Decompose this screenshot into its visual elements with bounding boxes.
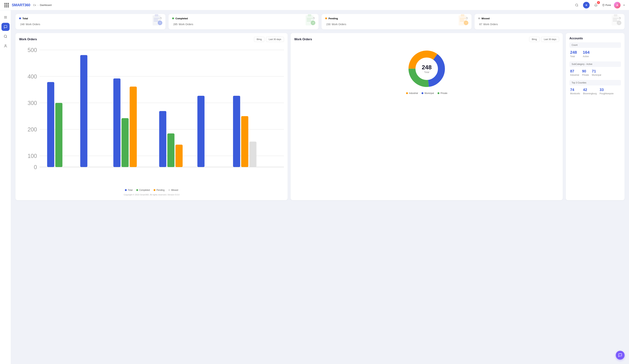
sidebar-item-chat[interactable] [1,23,9,31]
svg-rect-21 [307,19,311,20]
total-label: Total [22,17,28,20]
sidebar-item-menu[interactable] [1,13,9,21]
svg-rect-19 [308,14,311,16]
donut-legend-industrial-label: Industrial [409,92,418,95]
svg-rect-56 [130,87,137,167]
svg-line-9 [6,37,7,38]
svg-rect-57 [159,111,166,167]
page-layout: Total ⏱ 248Work Orders ! [0,10,629,364]
pending-count: 230Work Orders [325,21,468,26]
donut-chart-header: Work Orders Blmg Last 30 days [294,37,559,42]
county-poughkeepsie-value: 33 [600,88,614,92]
sidebar-item-search[interactable] [1,32,9,40]
breadcrumb-parent[interactable]: Cx [33,4,36,6]
accounts-card: Accounts Count 248 Total 164 Active SubC… [566,33,625,200]
svg-text:200: 200 [28,126,37,132]
legend-missed: Missed [168,189,178,191]
county-bloomingburg: 42 Bloomingburg [583,88,597,95]
stat-card-missed-header: Missed ⏱ [478,17,621,20]
grid-menu-icon[interactable] [4,3,9,7]
svg-text:100: 100 [28,153,37,159]
legend-completed-label: Completed [139,189,150,191]
svg-rect-12 [155,14,158,16]
county-monticello-value: 74 [570,88,580,92]
subcategory-private-value: 90 [582,69,589,73]
notification-badge: 3 [597,1,600,4]
subcategory-private: 90 Private [582,69,589,76]
stat-card-pending-header: Pending ⏱ [325,17,468,20]
svg-rect-51 [47,82,54,167]
county-monticello: 74 Monticello [570,88,580,95]
subcategory-stats: 87 Industrial 90 Private 71 Municipal [569,69,621,79]
svg-line-1 [577,6,578,6]
county-poughkeepsie: 33 Poughkeepsie [600,88,614,95]
stat-card-completed: Completed ⏱ 285Work Orders ✓ [168,14,318,29]
donut-center-label: Total [422,71,432,74]
total-dot [19,17,21,19]
legend-missed-dot [168,189,170,191]
completed-dot [172,17,174,19]
donut-legend: Industrial Municipal Private [406,92,448,95]
completed-count: 285Work Orders [172,21,315,26]
svg-text:0: 0 [34,164,37,170]
accounts-total-label: Total [570,55,577,58]
sidebar-item-person[interactable] [1,42,9,50]
add-button[interactable] [583,2,590,8]
brand-logo: SMART360 [12,3,30,7]
breadcrumb: Cx › Dashboard [33,4,51,6]
donut-legend-private: Private [438,92,447,95]
bar-chart-filter-period[interactable]: Last 30 days [266,37,284,42]
donut-legend-municipal-label: Municipal [425,92,434,95]
svg-point-0 [576,4,578,6]
bar-chart-title: Work Orders [19,38,37,41]
donut-chart-title: Work Orders [294,38,312,41]
clipboard-decoration-icon: ! [151,14,163,27]
svg-rect-15 [154,21,158,21]
subcategory-municipal-label: Municipal [592,74,601,76]
accounts-total-value: 248 [570,50,577,55]
nav-right: 3 Pune A ▾ [573,2,625,8]
avatar[interactable]: A [614,2,621,8]
total-count: 248Work Orders [19,21,162,26]
chevron-down-icon[interactable]: ▾ [624,4,625,6]
stat-card-total: Total ⏱ 248Work Orders ! [15,14,165,29]
svg-rect-60 [197,96,204,167]
svg-point-8 [4,35,6,37]
donut-chart-filter-period[interactable]: Last 30 days [541,37,559,42]
legend-pending-label: Pending [157,189,164,191]
subcategory-industrial-label: Industrial [570,74,579,76]
svg-rect-52 [55,103,63,167]
legend-total-label: Total [128,189,133,191]
stat-card-completed-header: Completed ⏱ [172,17,315,20]
svg-point-4 [603,4,604,5]
pending-label: Pending [328,17,338,20]
subcategory-industrial: 87 Industrial [570,69,579,76]
subcategory-private-label: Private [582,74,589,76]
donut-chart-filter-blmg[interactable]: Blmg [529,37,540,42]
svg-rect-34 [613,18,618,18]
donut-legend-industrial: Industrial [406,92,418,95]
accounts-stats: 248 Total 164 Active [569,50,621,60]
svg-rect-33 [614,14,617,16]
svg-text:!: ! [160,22,160,24]
svg-text:400: 400 [28,73,37,80]
bar-chart-legend: Total Completed Pending Missed [19,189,284,191]
svg-rect-61 [233,96,240,167]
county-bloomingburg-value: 42 [583,88,597,92]
legend-pending: Pending [154,189,164,191]
completed-label: Completed [175,17,188,20]
subcategory-municipal: 71 Municipal [592,69,601,76]
svg-rect-58 [167,133,174,167]
subcategory-municipal-value: 71 [592,69,601,73]
donut-chart-filters: Blmg Last 30 days [529,37,559,42]
bar-chart-filter-blmg[interactable]: Blmg [254,37,265,42]
chat-bubble-button[interactable] [616,351,625,360]
svg-rect-13 [154,18,159,18]
legend-missed-label: Missed [171,189,178,191]
bar-chart-filters: Blmg Last 30 days [254,37,284,42]
svg-rect-62 [241,116,248,167]
svg-text:~: ~ [466,22,467,24]
svg-rect-63 [249,141,257,167]
search-button[interactable] [573,2,580,8]
sidebar [0,10,11,364]
